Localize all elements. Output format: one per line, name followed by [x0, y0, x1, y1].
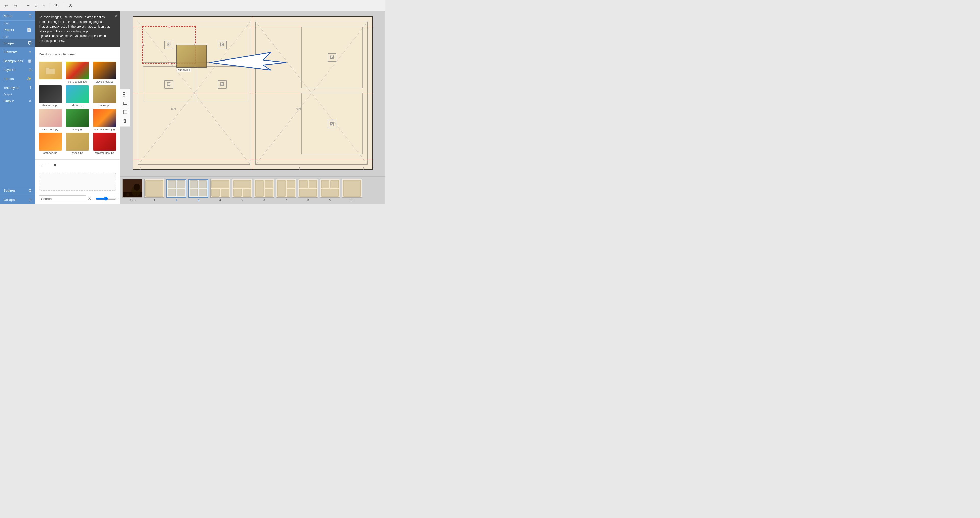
tool-btn-2[interactable] [121, 100, 129, 107]
sidebar-item-output[interactable]: Output ✳ [0, 97, 35, 105]
filmstrip-item-10[interactable]: 10 [342, 179, 362, 202]
sidebar-item-images[interactable]: Images 🖼 [0, 39, 35, 48]
canvas-area: 🗑 [120, 11, 385, 204]
canvas-content: 🖼 🖼 🖼 🖼 🖼 🖼 [129, 16, 376, 169]
filmstrip-thumb-6 [254, 179, 274, 198]
svg-rect-39 [299, 180, 307, 188]
img-placeholder-right-large[interactable]: 🖼 [301, 27, 363, 88]
image-thumb-8 [93, 109, 116, 127]
image-panel: To insert images, use the mouse to drag … [35, 11, 120, 204]
filmstrip-item-1[interactable]: 1 [145, 179, 164, 202]
svg-rect-32 [243, 189, 251, 196]
filmstrip-item-4[interactable]: 4 [210, 179, 230, 202]
undo-button[interactable]: ↩ [3, 2, 10, 10]
image-item-6[interactable]: ice cream.jpg [38, 109, 63, 131]
filmstrip-item-7[interactable]: 7 [276, 179, 296, 202]
svg-rect-24 [199, 181, 207, 188]
zoom-out-button[interactable]: − [25, 2, 31, 9]
filmstrip-item-9[interactable]: 9 [320, 179, 340, 202]
svg-rect-35 [265, 189, 273, 196]
tool-btn-3[interactable] [121, 108, 129, 116]
image-item-10[interactable]: shoes.jpg [65, 133, 90, 155]
breadcrumb-sep-2: / [61, 53, 62, 56]
image-item-7[interactable]: kiwi.jpg [65, 109, 90, 131]
layouts-icon: ⊞ [28, 67, 32, 72]
redo-button[interactable]: ↪ [12, 2, 19, 10]
tool-btn-1[interactable] [121, 91, 129, 98]
image-label-0: - [39, 80, 62, 83]
remove-image-button[interactable]: − [46, 162, 50, 169]
tooltip: To insert images, use the mouse to drag … [35, 11, 120, 47]
backgrounds-icon: ▦ [28, 59, 32, 63]
filmstrip-item-0[interactable]: Cover [123, 179, 142, 202]
foot-label-left: feet [171, 107, 176, 110]
image-item-4[interactable]: drink.jpg [65, 85, 90, 107]
image-item-8[interactable]: ocean sunset.jpg [92, 109, 117, 131]
sidebar-item-effects[interactable]: Effects ✨ [0, 74, 35, 83]
menu-icon: ☰ [28, 14, 32, 18]
img-placeholder-mr[interactable]: 🖼 [197, 66, 248, 102]
image-thumb-0 [39, 62, 62, 80]
text-styles-label: Text styles [3, 86, 19, 89]
drag-preview: dunes.jpg [177, 45, 207, 68]
eye-button[interactable]: 👁 [53, 2, 61, 9]
filmstrip-thumb-4 [210, 179, 230, 198]
filmstrip-item-8[interactable]: 8 [298, 179, 318, 202]
collapse-icon: ⊙ [28, 198, 32, 202]
image-item-1[interactable]: bell peppers.jpg [65, 62, 90, 83]
image-thumb-10 [66, 133, 89, 151]
panel-drop-area[interactable] [39, 173, 116, 191]
img-placeholder-right-bottom[interactable]: 🖼 [301, 93, 363, 155]
zoom-in-button[interactable]: + [41, 2, 47, 9]
image-label-11: strawberries.jpg [93, 151, 116, 155]
img-placeholder-ml[interactable]: 🖼 [143, 66, 194, 102]
image-label-7: kiwi.jpg [66, 128, 89, 131]
sidebar-item-project[interactable]: Project 📄 [0, 25, 35, 34]
tooltip-close-button[interactable]: ✕ [115, 13, 118, 18]
clear-image-button[interactable]: ✕ [52, 162, 58, 169]
image-item-5[interactable]: dunes.jpg [92, 85, 117, 107]
mask-button[interactable]: ⊗ [67, 2, 74, 10]
image-item-2[interactable]: bicycle tour.jpg [92, 62, 117, 83]
breadcrumb-pictures[interactable]: Pictures [63, 53, 75, 56]
filmstrip-item-3[interactable]: 3 [188, 179, 208, 202]
image-item-11[interactable]: strawberries.jpg [92, 133, 117, 155]
image-thumb-3 [39, 85, 62, 103]
image-item-3[interactable]: dandylion.jpg [38, 85, 63, 107]
image-label-4: drink.jpg [66, 104, 89, 107]
svg-rect-37 [287, 180, 295, 188]
breadcrumb-desktop[interactable]: Desktop [39, 53, 51, 56]
project-label: Project [3, 28, 14, 32]
filmstrip-item-2[interactable]: 2 [166, 179, 186, 202]
filmstrip-item-6[interactable]: 6 [254, 179, 274, 202]
image-item-0[interactable]: - [38, 62, 63, 83]
sidebar-item-layouts[interactable]: Layouts ⊞ [0, 65, 35, 74]
sidebar-item-settings[interactable]: Settings ⚙ [0, 186, 35, 195]
image-label-6: ice cream.jpg [39, 128, 62, 131]
search-clear-button[interactable]: ✕ [88, 196, 91, 201]
panel-search: ✕ − + [35, 193, 120, 204]
sidebar-item-backgrounds[interactable]: Backgrounds ▦ [0, 56, 35, 65]
image-item-9[interactable]: oranges.jpg [38, 133, 63, 155]
image-label-2: bicycle tour.jpg [93, 80, 116, 83]
foot-label-right: feet [296, 107, 301, 110]
filmstrip-label-8: 8 [307, 199, 309, 202]
sidebar-item-elements[interactable]: Elements ✦ [0, 48, 35, 56]
search-input[interactable] [39, 195, 86, 202]
sidebar-item-text-styles[interactable]: Text styles T [0, 83, 35, 92]
tool-btn-delete[interactable]: 🗑 [121, 117, 129, 124]
svg-rect-45 [343, 180, 361, 196]
img-placeholder-icon-tr: 🖼 [218, 41, 227, 49]
size-slider[interactable] [96, 195, 116, 202]
sidebar-item-collapse[interactable]: Collapse ⊙ [0, 195, 35, 204]
zoom-search-button[interactable]: ⌕ [33, 2, 39, 9]
filmstrip-item-5[interactable]: 5 [232, 179, 252, 202]
canvas-scroll[interactable]: 🖼 🖼 🖼 🖼 🖼 🖼 [120, 11, 385, 176]
svg-rect-43 [331, 180, 339, 188]
add-image-button[interactable]: + [39, 162, 43, 169]
panel-breadcrumb: Desktop / Data / Pictures [35, 50, 120, 59]
sidebar-menu-button[interactable]: Menu ☰ [0, 11, 35, 21]
breadcrumb-data[interactable]: Data [53, 53, 60, 56]
svg-rect-21 [168, 189, 176, 196]
image-thumb-1 [66, 62, 89, 80]
